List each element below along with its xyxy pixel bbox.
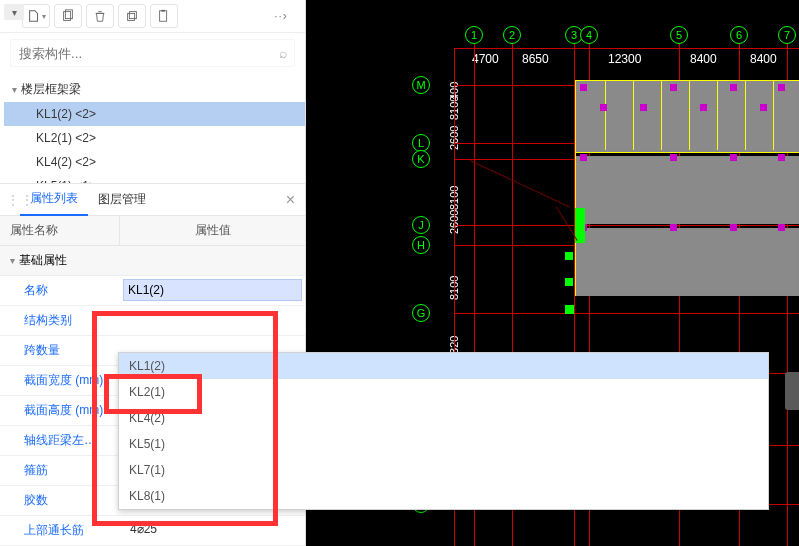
dimension-text: 8400: [690, 52, 717, 66]
dimension-text: 12300: [608, 52, 641, 66]
tab-properties[interactable]: 属性列表: [20, 184, 88, 216]
duplicate-button[interactable]: [118, 4, 146, 28]
prop-tabs: ⋮⋮ 属性列表 图层管理 ×: [0, 184, 305, 216]
autocomplete-item[interactable]: KL8(1): [119, 483, 768, 509]
axis-label: J: [412, 216, 430, 234]
delete-button[interactable]: [86, 4, 114, 28]
tree-item[interactable]: KL2(1) <2>: [4, 126, 305, 150]
autocomplete-item[interactable]: KL7(1): [119, 457, 768, 483]
prop-name: 结构类别: [0, 306, 120, 335]
autocomplete-item[interactable]: KL1(2): [119, 353, 768, 379]
prop-name: 截面宽度 (mm): [0, 366, 120, 395]
name-input[interactable]: [123, 279, 302, 301]
cad-node: [778, 154, 785, 161]
prop-header-name: 属性名称: [0, 216, 120, 245]
axis-label: H: [412, 236, 430, 254]
prop-value[interactable]: 4⌀25: [120, 516, 305, 545]
chevron-down-icon: ▾: [10, 255, 15, 266]
axis-label: 4: [580, 26, 598, 44]
cad-node: [760, 104, 767, 111]
toolbar: ▾ ··›: [0, 0, 305, 33]
prop-name: 跨数量: [0, 336, 120, 365]
prop-name: 胶数: [0, 486, 120, 515]
cad-node: [670, 84, 677, 91]
more-button[interactable]: ··›: [267, 4, 295, 28]
cad-node: [640, 104, 647, 111]
prop-name: 截面高度 (mm): [0, 396, 120, 425]
autocomplete-item[interactable]: KL5(1): [119, 431, 768, 457]
tree-parent[interactable]: ▾楼层框架梁: [4, 77, 305, 102]
search-row: ⌕: [0, 33, 305, 73]
axis-label: 2: [503, 26, 521, 44]
prop-value[interactable]: [120, 306, 305, 335]
paste-button[interactable]: [150, 4, 178, 28]
tree-item[interactable]: KL1(2) <2>: [4, 102, 305, 126]
svg-rect-2: [128, 13, 135, 20]
prop-header-value: 属性值: [120, 216, 305, 245]
axis-label: 6: [730, 26, 748, 44]
cad-node: [580, 154, 587, 161]
prop-value-editor[interactable]: [120, 276, 305, 305]
cad-node: [670, 224, 677, 231]
prop-header: 属性名称 属性值: [0, 216, 305, 246]
axis-label: 7: [778, 26, 796, 44]
svg-rect-5: [161, 10, 165, 12]
dimension-text: 8400: [750, 52, 777, 66]
close-icon[interactable]: ×: [276, 191, 305, 209]
search-icon[interactable]: ⌕: [279, 45, 287, 61]
chevron-down-icon: ▾: [12, 84, 17, 95]
cad-node: [730, 154, 737, 161]
tree-parent-label: 楼层框架梁: [21, 81, 81, 98]
axis-label: M: [412, 76, 430, 94]
axis-label: 5: [670, 26, 688, 44]
copy-button[interactable]: [54, 4, 82, 28]
svg-rect-4: [160, 11, 167, 22]
autocomplete-item[interactable]: KL4(2): [119, 405, 768, 431]
selected-node: [565, 278, 573, 286]
cad-node: [730, 84, 737, 91]
tab-layers[interactable]: 图层管理: [88, 184, 156, 216]
prop-name: 轴线距梁左…: [0, 426, 120, 455]
autocomplete-dropdown[interactable]: KL1(2) KL2(1) KL4(2) KL5(1) KL7(1) KL8(1…: [118, 352, 769, 510]
panel-dropdown[interactable]: ▾: [4, 4, 24, 20]
cad-node: [600, 104, 607, 111]
collapse-tab[interactable]: [785, 372, 799, 410]
dimension-text: 4700: [472, 52, 499, 66]
prop-name: 名称: [0, 276, 120, 305]
prop-section[interactable]: ▾基础属性: [0, 246, 305, 276]
cad-node: [730, 224, 737, 231]
axis-label: G: [412, 304, 430, 322]
cad-node: [580, 84, 587, 91]
autocomplete-item[interactable]: KL2(1): [119, 379, 768, 405]
cad-node: [778, 224, 785, 231]
search-input[interactable]: [10, 39, 295, 67]
axis-label: K: [412, 150, 430, 168]
cad-node: [700, 104, 707, 111]
tree-item[interactable]: KL4(2) <2>: [4, 150, 305, 174]
selected-node: [565, 305, 574, 314]
component-tree: ▾楼层框架梁 KL1(2) <2> KL2(1) <2> KL4(2) <2> …: [0, 73, 305, 183]
prop-section-label: 基础属性: [19, 252, 67, 269]
dimension-text: 8650: [522, 52, 549, 66]
prop-name: 箍筋: [0, 456, 120, 485]
axis-label: 1: [465, 26, 483, 44]
cad-node: [778, 84, 785, 91]
drag-handle-icon[interactable]: ⋮⋮: [6, 192, 16, 208]
selected-node: [565, 252, 573, 260]
cad-node: [670, 154, 677, 161]
prop-name: 上部通长筋: [0, 516, 120, 545]
svg-rect-3: [129, 12, 136, 19]
file-new-button[interactable]: ▾: [22, 4, 50, 28]
tree-item[interactable]: KL5(1) <1>: [4, 174, 305, 183]
